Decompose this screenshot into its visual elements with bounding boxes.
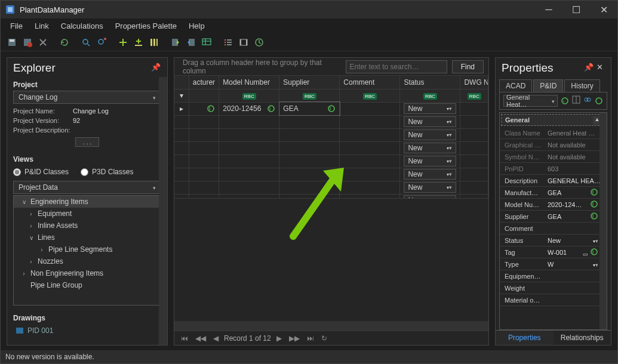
zoom-icon[interactable] bbox=[79, 36, 93, 49]
grid-icon[interactable] bbox=[572, 95, 580, 106]
panel-close-icon[interactable]: ✕ bbox=[594, 63, 605, 73]
add-row-icon[interactable] bbox=[132, 36, 145, 49]
menu-properties-palette[interactable]: Properties Palette bbox=[109, 20, 183, 32]
property-row[interactable]: PnPID603 bbox=[500, 163, 607, 175]
film-icon[interactable] bbox=[237, 36, 250, 49]
tab-properties[interactable]: Properties bbox=[496, 331, 554, 345]
tree-node[interactable]: ›Non Engineering Items bbox=[14, 267, 161, 279]
tree-node[interactable]: Pipe Line Group bbox=[14, 279, 161, 291]
col-model-number[interactable]: Model Number bbox=[219, 76, 279, 89]
link-icon[interactable] bbox=[583, 95, 592, 106]
tab-history[interactable]: History bbox=[564, 79, 599, 92]
status-dropdown[interactable]: New▾ bbox=[404, 129, 456, 140]
status-dropdown[interactable]: New▾ bbox=[404, 156, 456, 166]
find-button[interactable]: Find bbox=[452, 60, 484, 73]
tree-toggle-icon[interactable]: ∨ bbox=[28, 235, 34, 241]
delete-icon[interactable] bbox=[21, 36, 34, 49]
maximize-button[interactable]: ☐ bbox=[562, 1, 590, 18]
search-input[interactable] bbox=[346, 60, 447, 73]
table-settings-icon[interactable] bbox=[200, 36, 213, 49]
tree-toggle-icon[interactable]: › bbox=[28, 258, 34, 265]
property-row[interactable]: Symbol N…Not available bbox=[500, 151, 607, 163]
save-icon[interactable] bbox=[5, 36, 19, 49]
tree-toggle-icon[interactable]: › bbox=[39, 246, 45, 253]
table-row[interactable]: New▾ bbox=[174, 141, 488, 155]
zoom-extents-icon[interactable] bbox=[95, 36, 108, 49]
col-supplier[interactable]: Supplier bbox=[279, 76, 340, 89]
status-dropdown[interactable]: New▾ bbox=[404, 169, 456, 180]
property-row[interactable]: TagW-001▭ bbox=[500, 246, 607, 258]
property-row[interactable]: Material o… bbox=[500, 294, 607, 306]
pager-nextpage-icon[interactable]: ▶▶ bbox=[287, 334, 302, 343]
history-icon[interactable] bbox=[253, 36, 266, 49]
property-row[interactable]: Equipmen… bbox=[500, 270, 607, 282]
property-row[interactable]: Manufact…GEA bbox=[500, 187, 607, 199]
sync-icon[interactable] bbox=[561, 97, 569, 105]
property-row[interactable]: StatusNew▾ bbox=[500, 235, 607, 246]
tree-toggle-icon[interactable]: › bbox=[21, 270, 27, 277]
status-dropdown[interactable]: New▾ bbox=[404, 103, 456, 114]
property-row[interactable]: SupplierGEA bbox=[500, 211, 607, 223]
col-comment[interactable]: Comment bbox=[340, 76, 400, 89]
tree-toggle-icon[interactable]: › bbox=[28, 223, 34, 229]
radio-p3d-classes[interactable]: P3D Classes bbox=[81, 168, 133, 176]
table-row[interactable]: New▾ bbox=[174, 181, 488, 194]
property-row[interactable]: DescriptionGENERAL HEA… bbox=[500, 175, 607, 187]
property-row[interactable]: Graphical …Not available bbox=[500, 139, 607, 151]
menu-link[interactable]: Link bbox=[29, 20, 55, 32]
pin-icon[interactable]: 📌 bbox=[583, 63, 594, 73]
tab-pid[interactable]: P&ID bbox=[533, 79, 563, 92]
table-row[interactable]: New▾ bbox=[174, 168, 488, 181]
minimize-button[interactable]: ─ bbox=[535, 1, 562, 18]
refresh-icon[interactable] bbox=[58, 36, 71, 49]
col-dwg[interactable]: DWG N bbox=[460, 76, 488, 89]
project-dropdown[interactable]: Change Log bbox=[13, 91, 161, 104]
status-dropdown[interactable]: New▾ bbox=[404, 143, 456, 153]
property-row[interactable]: Comment bbox=[500, 223, 607, 235]
tree-toggle-icon[interactable]: › bbox=[28, 211, 34, 217]
export-icon[interactable] bbox=[169, 36, 182, 49]
col-manufacturer[interactable]: acturer bbox=[189, 76, 219, 89]
status-dropdown[interactable]: New▾ bbox=[404, 182, 456, 193]
tree-node[interactable]: ∨Engineering Items bbox=[14, 196, 161, 208]
columns-icon[interactable] bbox=[147, 36, 161, 49]
status-dropdown[interactable]: New▾ bbox=[404, 116, 456, 127]
tree-node[interactable]: ›Pipe Line Segments bbox=[14, 243, 161, 255]
col-status[interactable]: Status bbox=[400, 76, 460, 89]
pin-icon[interactable]: 📌 bbox=[150, 63, 161, 73]
property-row[interactable]: Model Nu…2020-124… bbox=[500, 199, 607, 211]
list-icon[interactable] bbox=[222, 36, 235, 49]
menu-help[interactable]: Help bbox=[183, 20, 211, 32]
project-more-button[interactable]: . . . bbox=[75, 137, 99, 147]
selection-dropdown[interactable]: General Heat… bbox=[503, 95, 558, 107]
pager-first-icon[interactable]: ⏮ bbox=[179, 334, 190, 343]
menu-file[interactable]: File bbox=[4, 20, 29, 32]
pager-prevpage-icon[interactable]: ◀◀ bbox=[193, 334, 208, 343]
prop-group-general[interactable]: General▲ bbox=[501, 114, 605, 126]
collapse-icon[interactable]: ▲ bbox=[593, 116, 601, 125]
tree-node[interactable]: ∨Lines bbox=[14, 232, 161, 243]
filter-icon[interactable]: ▾ bbox=[174, 89, 189, 102]
pager-prev-icon[interactable]: ◀ bbox=[211, 334, 220, 343]
tree-node[interactable]: ›Equipment bbox=[14, 208, 161, 220]
table-row[interactable]: New▾ bbox=[174, 128, 488, 141]
tree-node[interactable]: ›Nozzles bbox=[14, 255, 161, 267]
table-row[interactable]: New▾ bbox=[174, 155, 488, 168]
pager-last-icon[interactable]: ⏭ bbox=[305, 334, 316, 343]
tab-acad[interactable]: ACAD bbox=[499, 79, 532, 92]
tree-node[interactable]: ›Inline Assets bbox=[14, 220, 161, 232]
table-row[interactable]: ▸2020-12456GEANew▾ bbox=[174, 102, 488, 115]
sync2-icon[interactable] bbox=[595, 97, 603, 105]
add-icon[interactable] bbox=[116, 36, 130, 49]
import-icon[interactable] bbox=[185, 36, 198, 49]
tab-relationships[interactable]: Relationships bbox=[554, 331, 611, 345]
menu-calculations[interactable]: Calculations bbox=[55, 20, 109, 32]
close-button[interactable]: ✕ bbox=[590, 1, 617, 18]
table-row[interactable]: New▾ bbox=[174, 115, 488, 128]
property-row[interactable]: TypeW▾ bbox=[500, 258, 607, 270]
tree-toggle-icon[interactable]: ∨ bbox=[21, 199, 27, 205]
drawing-item[interactable]: PID 001 bbox=[7, 324, 167, 337]
filter-row[interactable]: ▾ RBC RBC RBC RBC RBC bbox=[174, 89, 488, 102]
property-row[interactable]: Weight bbox=[500, 282, 607, 294]
data-grid[interactable]: acturer Model Number Supplier Comment St… bbox=[174, 76, 488, 198]
